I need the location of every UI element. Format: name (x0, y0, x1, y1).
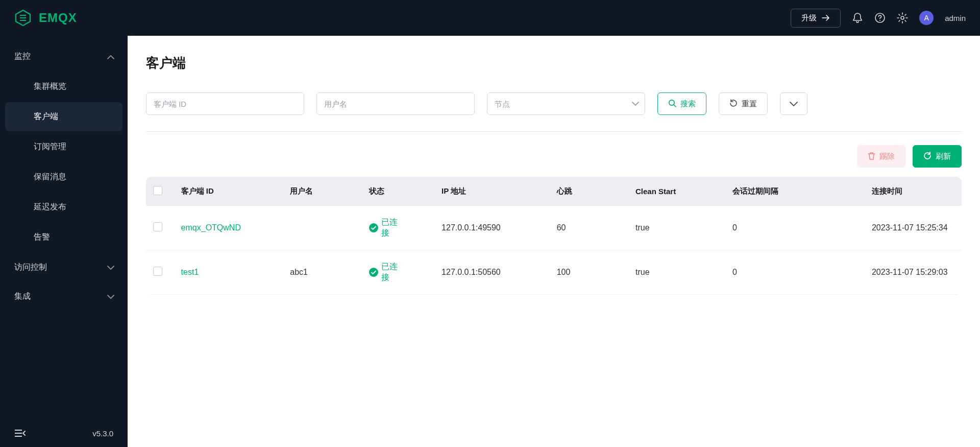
sidebar-group-integration[interactable]: 集成 (0, 282, 128, 311)
select-all-checkbox[interactable] (153, 186, 162, 195)
cell-ip: 127.0.0.1:50560 (442, 268, 501, 276)
refresh-button[interactable]: 刷新 (913, 145, 962, 168)
status-badge: 已连接 (369, 217, 405, 239)
version-label: v5.3.0 (92, 429, 113, 438)
sidebar-item-cluster-overview[interactable]: 集群概览 (5, 72, 122, 101)
logo-hex-icon (14, 9, 32, 27)
client-id-link[interactable]: emqx_OTQwND (181, 223, 241, 232)
sidebar-group-monitor[interactable]: 监控 (0, 42, 128, 71)
sidebar-item-alarms[interactable]: 告警 (5, 223, 122, 252)
cell-keepalive: 100 (557, 268, 571, 276)
check-circle-icon (369, 223, 378, 232)
status-text: 已连接 (381, 217, 405, 239)
expand-filters-button[interactable] (780, 92, 807, 115)
cell-clean-start: true (635, 268, 650, 276)
svg-point-6 (901, 16, 904, 19)
th-expiry[interactable]: 会话过期间隔 (725, 177, 865, 206)
reset-icon (729, 99, 738, 109)
trash-icon (868, 152, 875, 161)
cell-clean-start: true (635, 223, 650, 232)
row-checkbox[interactable] (153, 267, 162, 276)
avatar[interactable]: A (919, 11, 934, 25)
sidebar-item-delayed[interactable]: 延迟发布 (5, 193, 122, 222)
upgrade-label: 升级 (801, 13, 817, 23)
th-client-id[interactable]: 客户端 ID (174, 177, 283, 206)
sidebar-item-subscriptions[interactable]: 订阅管理 (5, 132, 122, 161)
kick-label: 踢除 (879, 152, 895, 161)
sidebar-group-access-control[interactable]: 访问控制 (0, 253, 128, 282)
table-row: test1 abc1 已连接 127.0.0.1:50560 100 (146, 250, 962, 295)
th-ip[interactable]: IP 地址 (434, 177, 550, 206)
svg-line-11 (674, 105, 676, 107)
search-icon (668, 99, 676, 109)
logo[interactable]: EMQX (14, 9, 77, 27)
search-label: 搜索 (680, 99, 696, 109)
sidebar: 监控 集群概览 客户端 订阅管理 保留消息 延迟发布 告警 访问控制 (0, 36, 128, 447)
cell-keepalive: 60 (557, 223, 566, 232)
search-button[interactable]: 搜索 (657, 92, 706, 115)
arrow-right-icon (822, 14, 830, 22)
cell-connected-at: 2023-11-07 15:29:03 (872, 268, 948, 276)
bell-icon[interactable] (852, 12, 863, 23)
node-select[interactable] (487, 92, 645, 115)
chevron-down-icon (107, 292, 114, 301)
table-row: emqx_OTQwND 已连接 127.0.0.1:49590 60 (146, 206, 962, 250)
cell-connected-at: 2023-11-07 15:25:34 (872, 223, 948, 232)
help-icon[interactable] (874, 12, 886, 23)
status-badge: 已连接 (369, 262, 405, 283)
collapse-sidebar-icon[interactable] (14, 429, 26, 438)
reset-button[interactable]: 重置 (719, 92, 768, 115)
chevron-down-icon (790, 100, 798, 108)
th-clean-start[interactable]: Clean Start (628, 177, 725, 206)
th-status[interactable]: 状态 (362, 177, 434, 206)
gear-icon[interactable] (897, 12, 908, 23)
upgrade-button[interactable]: 升级 (791, 9, 841, 28)
check-circle-icon (369, 268, 378, 277)
username-label[interactable]: admin (945, 14, 966, 22)
cell-expiry: 0 (732, 223, 737, 232)
refresh-icon (923, 152, 932, 161)
svg-point-13 (369, 268, 378, 277)
cell-username: abc1 (290, 268, 308, 276)
header-bar: EMQX 升级 A admin (0, 0, 980, 36)
client-id-link[interactable]: test1 (181, 268, 199, 276)
filter-bar: 搜索 重置 (146, 92, 962, 132)
clients-table: 客户端 ID 用户名 状态 IP 地址 心跳 Clean Start 会话过期间… (146, 177, 962, 295)
cell-ip: 127.0.0.1:49590 (442, 223, 501, 232)
chevron-up-icon (107, 52, 114, 61)
cell-expiry: 0 (732, 268, 737, 276)
th-username[interactable]: 用户名 (283, 177, 361, 206)
brand-text: EMQX (39, 11, 77, 25)
kick-button[interactable]: 踢除 (857, 145, 905, 168)
th-connected-at[interactable]: 连接时间 (865, 177, 962, 206)
sidebar-group-label: 集成 (14, 291, 31, 302)
page-title: 客户端 (146, 54, 962, 72)
th-keepalive[interactable]: 心跳 (550, 177, 628, 206)
status-text: 已连接 (381, 262, 405, 283)
main-content: 客户端 搜索 (128, 36, 980, 447)
svg-point-12 (369, 223, 378, 232)
username-input[interactable] (316, 92, 475, 115)
sidebar-group-label: 监控 (14, 51, 31, 62)
svg-point-5 (879, 20, 880, 21)
sidebar-group-label: 访问控制 (14, 262, 47, 273)
refresh-label: 刷新 (936, 152, 951, 161)
sidebar-item-retained[interactable]: 保留消息 (5, 162, 122, 192)
chevron-down-icon (107, 263, 114, 272)
reset-label: 重置 (742, 99, 757, 109)
row-checkbox[interactable] (153, 222, 162, 231)
sidebar-item-clients[interactable]: 客户端 (5, 102, 122, 131)
client-id-input[interactable] (146, 92, 304, 115)
